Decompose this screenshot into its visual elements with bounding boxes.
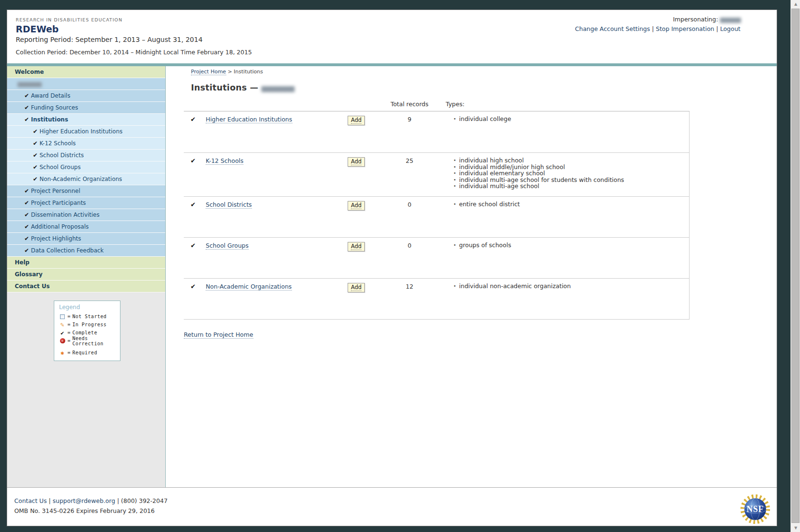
change-account-settings-link[interactable]: Change Account Settings xyxy=(575,25,650,32)
impersonating-label: Impersonating: xyxy=(673,16,718,23)
equals-sign: = xyxy=(66,322,72,327)
types-list: •individual non-academic organization xyxy=(438,283,689,319)
header: RESEARCH IN DISABILITIES EDUCATION RDEWe… xyxy=(7,10,777,63)
add-button-non-academic-organizations[interactable]: Add xyxy=(348,283,365,292)
complete-check-icon: ✔ xyxy=(24,90,31,101)
breadcrumb-separator: > xyxy=(228,69,232,75)
equals-sign: = xyxy=(66,330,72,335)
sidebar-item-welcome[interactable]: Welcome xyxy=(7,66,165,78)
sidebar-item-school-districts[interactable]: ✔School Districts xyxy=(7,150,165,161)
institution-link-non-academic-organizations[interactable]: Non-Academic Organizations xyxy=(206,283,292,291)
needs-correction-icon: ✕ xyxy=(59,338,66,344)
legend-item-needs-correction: ✕=Needs Correction xyxy=(59,338,116,344)
footer-text: Contact Us|support@rdeweb.org|(800) 392-… xyxy=(14,496,168,516)
total-records-value: 0 xyxy=(381,201,438,237)
institution-link-school-districts[interactable]: School Districts xyxy=(206,201,252,209)
type-text: individual elementary school xyxy=(459,170,545,177)
footer: Contact Us|support@rdeweb.org|(800) 392-… xyxy=(7,487,777,526)
bullet-icon: • xyxy=(453,177,459,183)
institution-link-higher-education-institutions[interactable]: Higher Education Institutions xyxy=(206,116,292,123)
type-text: entire school district xyxy=(459,201,520,208)
separator: | xyxy=(47,497,52,504)
table-body: ✔Higher Education InstitutionsAdd9•indiv… xyxy=(184,111,690,320)
table-row-school-groups: ✔School GroupsAdd0•groups of schools xyxy=(184,237,689,278)
legend-item-required: ✱=Required xyxy=(59,350,116,356)
scrollbar-thumb[interactable] xyxy=(791,9,800,523)
stop-impersonation-link[interactable]: Stop Impersonation xyxy=(656,25,714,32)
institution-link-k-12-schools[interactable]: K-12 Schools xyxy=(206,157,243,165)
separator: | xyxy=(714,25,720,32)
complete-check-icon: ✔ xyxy=(33,126,40,137)
footer-contact-us-link[interactable]: Contact Us xyxy=(14,497,47,504)
account-links: Change Account Settings|Stop Impersonati… xyxy=(575,24,740,34)
empty-checkbox-icon xyxy=(60,314,65,319)
total-records-value: 9 xyxy=(381,116,438,152)
legend-item-label: Not Started xyxy=(72,314,107,319)
legend-item-label: Required xyxy=(72,350,97,355)
add-button-school-districts[interactable]: Add xyxy=(348,201,365,211)
page-title: Institutions — ▆▆▆▆▆▆▆ xyxy=(191,83,777,92)
nsf-logo: NSF xyxy=(738,493,772,525)
complete-check-icon: ✔ xyxy=(33,150,40,161)
legend-title: Legend xyxy=(59,304,116,311)
vertical-scrollbar[interactable]: ▲ ▼ xyxy=(790,0,800,532)
institution-name-cell: Non-Academic Organizations xyxy=(206,283,348,319)
legend-item-label: In Progress xyxy=(72,322,107,327)
required-asterisk-icon: ✱ xyxy=(59,350,66,356)
sidebar-item-award-details[interactable]: ✔Award Details xyxy=(7,90,165,102)
sidebar-item-project-personnel[interactable]: ✔Project Personnel xyxy=(7,185,165,197)
footer-phone: (800) 392-2047 xyxy=(121,497,168,504)
legend-item-in-progress: ✎=In Progress xyxy=(59,321,116,328)
sidebar-item-data-collection-feedback[interactable]: ✔Data Collection Feedback xyxy=(7,245,165,257)
sidebar-item-glossary[interactable]: Glossary xyxy=(7,269,165,281)
sidebar-item-school-groups[interactable]: ✔School Groups xyxy=(7,161,165,173)
return-to-project-home-link[interactable]: Return to Project Home xyxy=(184,331,253,339)
add-button-k-12-schools[interactable]: Add xyxy=(348,157,365,167)
bullet-icon: • xyxy=(453,164,459,171)
sidebar-item-k-12-schools[interactable]: ✔K-12 Schools xyxy=(7,138,165,150)
main-area: Project Home > Institutions Institutions… xyxy=(166,66,777,487)
sidebar-item-label: Project Highlights xyxy=(31,235,81,242)
scrollbar-down-arrow-icon[interactable]: ▼ xyxy=(791,524,800,532)
bullet-icon: • xyxy=(453,242,459,249)
sidebar-item-additional-proposals[interactable]: ✔Additional Proposals xyxy=(7,221,165,233)
sidebar-item-funding-sources[interactable]: ✔Funding Sources xyxy=(7,102,165,114)
reporting-period: Reporting Period: September 1, 2013 – Au… xyxy=(16,36,777,43)
institution-link-school-groups[interactable]: School Groups xyxy=(206,242,249,250)
sidebar-item-project-participants[interactable]: ✔Project Participants xyxy=(7,197,165,209)
sidebar-item-label: Award Details xyxy=(31,92,70,99)
sidebar-item-help[interactable]: Help xyxy=(7,257,165,269)
sidebar-item-label: Non-Academic Organizations xyxy=(40,176,122,182)
type-item: •groups of schools xyxy=(453,242,689,249)
sidebar-item-dissemination-activities[interactable]: ✔Dissemination Activities xyxy=(7,209,165,221)
legend-items: =Not Started✎=In Progress✔=Complete✕=Nee… xyxy=(59,313,116,356)
sidebar-item-higher-education-institutions[interactable]: ✔Higher Education Institutions xyxy=(7,126,165,138)
logout-link[interactable]: Logout xyxy=(720,25,740,32)
sidebar-item-label: Funding Sources xyxy=(31,104,78,111)
type-text: individual multi-age school for students… xyxy=(459,177,624,183)
add-cell: Add xyxy=(348,116,381,152)
sidebar-item-contact-us[interactable]: Contact Us xyxy=(7,281,165,292)
sidebar-item-non-academic-organizations[interactable]: ✔Non-Academic Organizations xyxy=(7,173,165,185)
add-button-label: Add xyxy=(351,243,361,250)
sidebar-item-label: School Districts xyxy=(40,152,84,159)
sidebar-item-label: Project Participants xyxy=(31,200,86,206)
add-button-higher-education-institutions[interactable]: Add xyxy=(348,116,365,125)
complete-check-icon: ✔ xyxy=(24,114,31,125)
impersonating-value-redacted: ▆▆▆▆▆ xyxy=(720,16,740,23)
institution-name-cell: Higher Education Institutions xyxy=(206,116,348,152)
types-list: •individual high school•individual middl… xyxy=(438,157,689,196)
svg-text:NSF: NSF xyxy=(747,504,764,514)
footer-email-link[interactable]: support@rdeweb.org xyxy=(53,497,115,504)
institutions-table: Total records Types: ✔Higher Education I… xyxy=(184,100,690,320)
sidebar-item-institutions[interactable]: ✔Institutions xyxy=(7,114,165,126)
sidebar-item-masked[interactable]: ▆▆▆▆▆▆ xyxy=(7,78,165,90)
breadcrumb: Project Home > Institutions xyxy=(191,69,777,75)
sidebar-item-label: Help xyxy=(15,259,30,266)
sidebar-item-project-highlights[interactable]: ✔Project Highlights xyxy=(7,233,165,245)
equals-sign: = xyxy=(66,350,72,355)
add-button-school-groups[interactable]: Add xyxy=(348,242,365,251)
scrollbar-up-arrow-icon[interactable]: ▲ xyxy=(791,0,800,8)
equals-sign: = xyxy=(66,338,72,343)
breadcrumb-project-home-link[interactable]: Project Home xyxy=(191,69,226,75)
